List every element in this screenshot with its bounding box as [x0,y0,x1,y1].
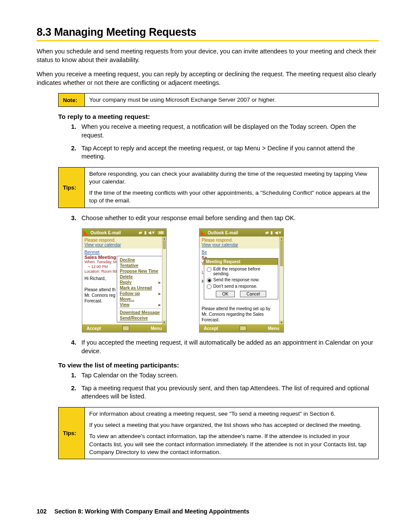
radio-label: Don't send a response. [213,284,258,289]
body-line: Forecast. [202,317,277,323]
windows-flag-icon [84,230,89,235]
tips-label: Tips: [59,168,85,208]
accept-softkey[interactable]: Accept [204,326,218,331]
body-line: Please attend the meeting set up by [202,306,277,311]
step-text: . [294,215,296,221]
meeting-request-dialog: Meeting Request Edit the response before… [204,258,278,299]
subhead-reply: To reply to a meeting request: [58,113,379,120]
page-number: 102 [37,508,47,515]
intro-paragraph-1: When you schedule and send meeting reque… [37,47,379,64]
step-text: Tap a meeting request that you previousl… [81,385,250,392]
radio-edit-response[interactable]: Edit the response before sending. [207,267,275,276]
intro-paragraph-2: When you receive a meeting request, you … [37,70,379,87]
context-menu: Decline Tentative Propose New Time Delet… [117,256,163,322]
radio-send-now[interactable]: Send the response now. [207,277,275,283]
status-icons: ⇄ ▮ ◀✕ [265,230,282,235]
heading-rule [37,40,379,41]
status-icons: ⇄ ▮ ◀✕ [139,230,156,235]
phone-screenshot-menu: Outlook E-mail ⇄ ▮ ◀✕ ok Please respond.… [82,228,167,333]
menu-item-move[interactable]: Move... [117,296,162,302]
step-text: Choose whether to edit your response ema… [81,215,285,221]
menu-item-follow-up[interactable]: Follow up▸ [117,291,162,296]
body-line: Mr. Connors regarding the Sales [202,311,277,317]
scroll-up-icon[interactable]: ▲ [280,236,283,240]
radio-label: Edit the response before sending. [213,267,275,276]
notice-banner: Please respond. View your calendar [199,236,283,249]
step-bold: Accept to [93,145,119,152]
step-bold: Attendees [250,385,278,392]
windows-flag-icon [201,230,206,235]
tips-text: If you select a meeting that you have or… [89,421,374,429]
note-text-bold: Microsoft Exchange Server 2007 [165,96,250,103]
please-respond-text: Please respond. [202,238,281,243]
note-text-post: or higher. [250,96,276,103]
tips-callout-2: Tips: For information about creating a m… [58,407,379,459]
note-callout: Note: Your company must be using Microso… [58,93,379,107]
tips-text: If the time of the meeting conflicts wit… [89,189,374,205]
step-bold: Menu > Decline [245,145,288,152]
document-page: 8.3 Managing Meeting Requests When you s… [0,0,411,532]
phone-titlebar: Outlook E-mail ⇄ ▮ ◀✕ [199,229,283,236]
step-text: on the Today screen. [118,372,178,379]
tips-content: For information about creating a meeting… [85,408,378,459]
section-heading: 8.3 Managing Meeting Requests [37,26,379,38]
view-calendar-link[interactable]: View your calendar [84,243,164,247]
radio-dont-send[interactable]: Don't send a response. [207,284,275,289]
please-respond-text: Please respond. [84,238,164,243]
menu-item-propose-new-time[interactable]: Propose New Time [117,268,162,274]
step-bold: OK [285,215,294,221]
page-footer: 102 Section 8: Working With Company Emai… [37,508,249,515]
radio-label: Send the response now. [213,277,259,282]
menu-item-view[interactable]: View▸ [117,302,162,308]
note-text-pre: Your company must be using [89,96,165,103]
menu-item-send-receive[interactable]: Send/Receive [117,315,162,321]
tips-text: For information about creating a meeting… [89,410,374,418]
menu-item-mark-unread[interactable]: Mark as Unread [117,285,162,291]
keyboard-icon[interactable] [240,326,246,331]
tips-content: Before responding, you can check your av… [85,168,378,208]
tips-bold: Company Directory [89,449,139,455]
email-body: Please attend the meeting set up by Mr. … [199,304,279,324]
scroll-down-icon[interactable]: ▼ [162,320,166,324]
menu-item-reply[interactable]: Reply▸ [117,280,162,285]
menu-item-tentative[interactable]: Tentative [117,263,162,268]
step-text: Tap [81,372,93,379]
dialog-ok-button[interactable]: OK [216,291,235,297]
step-item: Tap Calendar on the Today screen. [71,371,379,380]
menu-softkey[interactable]: Menu [268,326,279,331]
ok-button[interactable]: ok [157,230,165,235]
scroll-thumb[interactable] [163,240,166,249]
when-line: ~ 12:00 PM [88,264,108,269]
sender-link[interactable]: Bennet [82,249,166,255]
menu-softkey[interactable]: Menu [151,326,162,331]
phone-titlebar: Outlook E-mail ⇄ ▮ ◀✕ ok [82,229,166,236]
scroll-down-icon[interactable]: ▼ [280,320,283,324]
phone-title: Outlook E-mail [90,230,121,235]
phone-toolbar: Accept Menu [82,324,166,332]
dialog-cancel-button[interactable]: Cancel [240,291,266,297]
scroll-thumb[interactable] [280,240,283,266]
scrollbar[interactable]: ▲ ▼ [162,236,166,324]
tips-callout-1: Tips: Before responding, you can check y… [58,167,379,208]
step-item: Tap a meeting request that you previousl… [71,384,379,401]
steps-reply: When you receive a meeting request, a no… [71,123,379,161]
tips-text: . [124,178,126,185]
step-text: reply and accept the meeting request, or… [119,145,245,152]
menu-item-decline[interactable]: Decline [117,257,162,263]
scrollbar[interactable]: ▲ ▼ [279,236,283,324]
phone-toolbar: Accept Menu [199,324,283,332]
menu-item-download-message[interactable]: Download Message [117,310,162,315]
steps-reply-cont2: If you accepted the meeting request, it … [71,339,379,355]
accept-softkey[interactable]: Accept [87,326,101,331]
steps-participants: Tap Calendar on the Today screen. Tap a … [71,371,379,401]
tips-text: to view the contact information. [139,449,221,455]
section-footer-title: Section 8: Working With Company Email an… [54,508,249,515]
phone-title: Outlook E-mail [208,230,238,235]
step-item: Tap Accept to reply and accept the meeti… [71,144,379,161]
tips-text: Before responding, you can check your av… [89,171,355,177]
menu-item-delete[interactable]: Delete [117,274,162,280]
scroll-up-icon[interactable]: ▲ [162,236,166,240]
notice-banner: Please respond. View your calendar [82,236,166,249]
view-calendar-link[interactable]: View your calendar [202,243,281,247]
keyboard-icon[interactable] [122,326,129,331]
